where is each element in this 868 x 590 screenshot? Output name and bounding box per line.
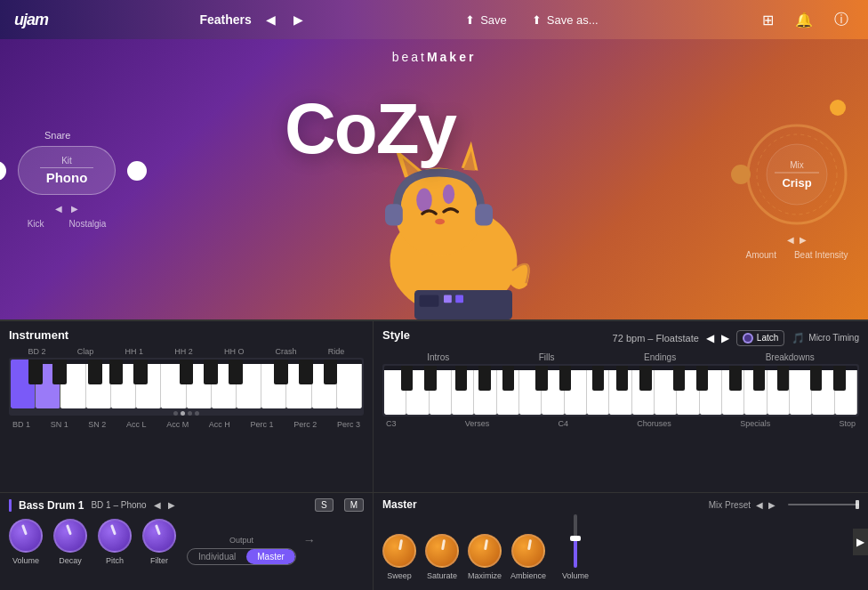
bell-icon-button[interactable]: 🔔	[790, 8, 818, 32]
saturate-knob[interactable]	[425, 534, 459, 568]
master-volume-slider[interactable]	[574, 514, 577, 568]
bass-section: Bass Drum 1 BD 1 – Phono ◀ ▶ S M Volume …	[0, 493, 374, 590]
instr-label-perc1: Perc 1	[251, 420, 274, 429]
kick-label: Kick	[28, 219, 44, 229]
beat-intensity-top-knob[interactable]	[830, 100, 846, 116]
instr-label-hh2: HH 2	[174, 347, 193, 356]
save-button[interactable]: ⬆ Save	[458, 10, 514, 30]
individual-toggle[interactable]: Individual	[188, 549, 246, 564]
bass-filter-knob[interactable]	[142, 519, 176, 553]
master-header: Master Mix Preset ◀ ▶	[382, 498, 859, 511]
maximize-knob[interactable]	[468, 534, 502, 568]
instr-label-accm: Acc M	[166, 420, 189, 429]
svg-rect-13	[444, 295, 452, 303]
ambience-knob[interactable]	[511, 534, 545, 568]
maximize-knob-item: Maximize	[468, 534, 502, 580]
grid-icon-button[interactable]: ⊞	[757, 8, 779, 32]
style-prev-button[interactable]: ◀	[706, 332, 714, 344]
instrument-style-row: Instrument BD 2 Clap HH 1 HH 2 HH O Cras…	[0, 321, 868, 492]
latch-button[interactable]: Latch	[736, 330, 784, 346]
bass-next-button[interactable]: ▶	[168, 500, 175, 510]
mix-preset-prev[interactable]: ◀	[756, 500, 763, 510]
instr-label-sn2: SN 2	[88, 420, 106, 429]
style-note-c4: C4	[559, 419, 569, 428]
bass-volume-knob[interactable]	[9, 519, 43, 553]
top-bar: ujam Feathers ◀ ▶ ⬆ Save ⬆ Save as... ⊞ …	[0, 0, 868, 39]
instr-label-hh1: HH 1	[125, 347, 144, 356]
master-section: Master Mix Preset ◀ ▶ Sweep	[374, 493, 868, 590]
mix-prev-button[interactable]: ◀	[787, 235, 794, 245]
left-controls: Snare Kit Phono ◀ ▶ Kick Nostalgia	[18, 39, 116, 319]
master-volume-label: Volume	[562, 571, 589, 580]
mix-ring[interactable]: Mix Crisp	[743, 121, 850, 228]
instr-label-bd2: BD 2	[28, 347, 46, 356]
style-piano[interactable]	[382, 364, 859, 416]
kit-right-knob[interactable]	[127, 161, 147, 181]
master-toggle[interactable]: Master	[246, 549, 295, 564]
instrument-piano[interactable]	[9, 358, 364, 416]
ambience-knob-item: Ambience	[510, 534, 546, 580]
style-section: Style 72 bpm – Floatstate ◀ ▶ Latch 🎵 Mi…	[374, 321, 868, 492]
style-cat-intros: Intros	[427, 352, 449, 362]
volume-slider-thumb[interactable]	[570, 536, 581, 541]
kit-value: Phono	[46, 170, 88, 185]
main-visual: beatMaker CoZy	[0, 39, 868, 319]
solo-button[interactable]: S	[315, 498, 334, 512]
micro-timing-button[interactable]: 🎵 Micro Timing	[792, 332, 859, 344]
save-as-button[interactable]: ⬆ Save as...	[525, 10, 606, 30]
style-cat-fills: Fills	[539, 352, 555, 362]
preset-next-button[interactable]: ▶	[290, 11, 307, 28]
nostalgia-label: Nostalgia	[69, 219, 107, 229]
sidebar-collapse-button[interactable]: ▶	[853, 529, 868, 555]
latch-circle-icon	[743, 333, 753, 343]
svg-rect-9	[385, 204, 403, 225]
style-next-button[interactable]: ▶	[721, 332, 729, 344]
mute-button[interactable]: M	[344, 498, 364, 512]
bass-header: Bass Drum 1 BD 1 – Phono ◀ ▶ S M	[9, 498, 364, 512]
kick-knob[interactable]	[0, 161, 6, 181]
svg-rect-12	[420, 295, 439, 307]
volume-slider-handle[interactable]	[856, 500, 859, 509]
product-title: CoZy	[285, 88, 455, 170]
output-area: Output Individual Master	[187, 536, 296, 565]
bass-title: Bass Drum 1	[19, 499, 84, 512]
logo: ujam	[14, 11, 48, 29]
bass-prev-button[interactable]: ◀	[154, 500, 161, 510]
kit-label: Kit	[61, 156, 72, 166]
saturate-knob-item: Saturate	[425, 534, 459, 580]
instr-label-crash: Crash	[276, 347, 297, 356]
bass-filter-label: Filter	[150, 556, 168, 565]
bass-decay-knob-item: Decay	[53, 519, 87, 565]
mix-next-button[interactable]: ▶	[800, 235, 807, 245]
amount-knob[interactable]	[731, 165, 751, 184]
save-as-icon: ⬆	[532, 13, 542, 27]
connect-arrow: →	[303, 533, 316, 547]
mix-preset-next[interactable]: ▶	[768, 500, 776, 510]
bass-filter-knob-item: Filter	[142, 519, 176, 565]
bottom-panel: Instrument BD 2 Clap HH 1 HH 2 HH O Cras…	[0, 319, 868, 590]
style-cat-choruses: Choruses	[637, 419, 671, 428]
kit-prev-button[interactable]: ◀	[55, 204, 62, 214]
info-icon-button[interactable]: ⓘ	[829, 7, 854, 33]
bass-volume-knob-item: Volume	[9, 519, 43, 565]
kit-next-button[interactable]: ▶	[71, 204, 78, 214]
preset-prev-button[interactable]: ◀	[262, 11, 279, 28]
instr-label-sn1: SN 1	[51, 420, 68, 429]
scroll-dot	[181, 411, 185, 416]
scroll-dot	[173, 411, 178, 416]
snare-label: Snare	[44, 130, 70, 141]
instr-label-ride: Ride	[328, 347, 345, 356]
bass-pitch-knob[interactable]	[98, 519, 132, 553]
beatmaker-logo: beatMaker	[392, 50, 477, 64]
sweep-knob[interactable]	[382, 534, 416, 568]
mix-preset-area: Mix Preset ◀ ▶	[709, 500, 859, 510]
instr-label-perc2: Perc 2	[293, 420, 317, 429]
output-toggle[interactable]: Individual Master	[187, 548, 296, 565]
kit-selector[interactable]: Kit Phono	[18, 146, 116, 195]
bass-pitch-label: Pitch	[106, 556, 124, 565]
bass-decay-knob[interactable]	[53, 519, 87, 553]
instr-label-bd1: BD 1	[12, 420, 30, 429]
style-cat-specials: Specials	[740, 419, 770, 428]
preset-name: Feathers	[199, 12, 251, 27]
ambience-label: Ambience	[510, 571, 546, 580]
